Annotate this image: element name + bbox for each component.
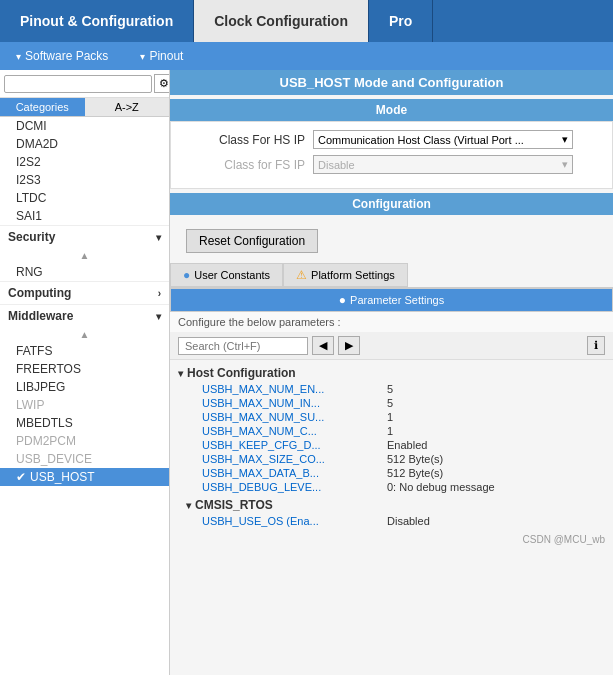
class-hs-ip-select[interactable]: Communication Host Class (Virtual Port .… bbox=[313, 130, 573, 149]
sidebar-item-lwip[interactable]: LWIP bbox=[0, 396, 169, 414]
table-row: USBH_KEEP_CFG_D... Enabled bbox=[178, 438, 605, 452]
table-row: USBH_MAX_DATA_B... 512 Byte(s) bbox=[178, 466, 605, 480]
chevron-down-icon: ▾ bbox=[16, 51, 21, 62]
sidebar-item-i2s3[interactable]: I2S3 bbox=[0, 171, 169, 189]
sidebar-item-pdm2pcm[interactable]: PDM2PCM bbox=[0, 432, 169, 450]
param-name-0: USBH_MAX_NUM_EN... bbox=[202, 383, 387, 395]
cmsis-rtos-header[interactable]: ▾ CMSIS_RTOS bbox=[178, 496, 605, 514]
mode-title: Mode bbox=[376, 103, 407, 117]
class-fs-ip-label: Class for FS IP bbox=[183, 158, 313, 172]
param-value-4: Enabled bbox=[387, 439, 427, 451]
watermark: CSDN @MCU_wb bbox=[170, 532, 613, 547]
tab-user-constants[interactable]: ● User Constants bbox=[170, 263, 283, 287]
chevron-down-icon-fs: ▾ bbox=[562, 158, 568, 171]
chevron-down-icon-host: ▾ bbox=[178, 368, 183, 379]
content-header: USB_HOST Mode and Configuration bbox=[170, 70, 613, 95]
table-row: USBH_MAX_NUM_C... 1 bbox=[178, 424, 605, 438]
sidebar-item-usb-device[interactable]: USB_DEVICE bbox=[0, 450, 169, 468]
table-row: USBH_MAX_NUM_SU... 1 bbox=[178, 410, 605, 424]
tab-platform-settings[interactable]: ⚠ Platform Settings bbox=[283, 263, 408, 287]
param-value-3: 1 bbox=[387, 425, 393, 437]
sidebar-item-libjpeg[interactable]: LIBJPEG bbox=[0, 378, 169, 396]
next-result-button[interactable]: ▶ bbox=[338, 336, 360, 355]
sidebar-item-freertos[interactable]: FREERTOS bbox=[0, 360, 169, 378]
cmsis-param-value-0: Disabled bbox=[387, 515, 430, 527]
host-config-section: ▾ Host Configuration USBH_MAX_NUM_EN... … bbox=[170, 360, 613, 532]
tab-categories[interactable]: Categories bbox=[0, 98, 85, 116]
param-value-7: 0: No debug message bbox=[387, 481, 495, 493]
software-packs-label: Software Packs bbox=[25, 49, 108, 63]
sub-software-packs[interactable]: ▾ Software Packs bbox=[0, 49, 124, 63]
sidebar-item-ltdc[interactable]: LTDC bbox=[0, 189, 169, 207]
chevron-icon-security: ▾ bbox=[156, 232, 161, 243]
tab-az[interactable]: A->Z bbox=[85, 98, 170, 116]
config-section: Reset Configuration ● User Constants ⚠ P… bbox=[170, 219, 613, 547]
cmsis-rtos-title: CMSIS_RTOS bbox=[195, 498, 273, 512]
chevron-icon-middleware: ▾ bbox=[156, 311, 161, 322]
content-title: USB_HOST Mode and Configuration bbox=[280, 75, 504, 90]
sidebar-item-dcmi[interactable]: DCMI bbox=[0, 117, 169, 135]
class-hs-ip-value: Communication Host Class (Virtual Port .… bbox=[318, 134, 524, 146]
parameter-settings-label: Parameter Settings bbox=[350, 294, 444, 306]
check-circle-icon: ● bbox=[183, 268, 190, 282]
sidebar-section-security[interactable]: Security ▾ bbox=[0, 225, 169, 248]
nav-pinout[interactable]: Pinout & Configuration bbox=[0, 0, 194, 42]
prev-result-button[interactable]: ◀ bbox=[312, 336, 334, 355]
param-name-7: USBH_DEBUG_LEVE... bbox=[202, 481, 387, 493]
nav-clock-label: Clock Configuration bbox=[214, 13, 348, 29]
sidebar-gear-button[interactable]: ⚙ bbox=[154, 74, 170, 93]
main-layout: ⚙ Categories A->Z DCMI DMA2D I2S2 I2S3 L… bbox=[0, 70, 613, 675]
nav-pro[interactable]: Pro bbox=[369, 0, 433, 42]
host-config-header[interactable]: ▾ Host Configuration bbox=[178, 364, 605, 382]
nav-pinout-label: Pinout & Configuration bbox=[20, 13, 173, 29]
chevron-down-icon-2: ▾ bbox=[140, 51, 145, 62]
cmsis-param-name-0: USBH_USE_OS (Ena... bbox=[202, 515, 387, 527]
content-area: USB_HOST Mode and Configuration Mode Cla… bbox=[170, 70, 613, 675]
sidebar-item-dma2d[interactable]: DMA2D bbox=[0, 135, 169, 153]
sidebar-item-sai1[interactable]: SAI1 bbox=[0, 207, 169, 225]
config-tabs: ● User Constants ⚠ Platform Settings bbox=[170, 263, 613, 288]
sidebar-search-row: ⚙ bbox=[0, 70, 169, 98]
user-constants-label: User Constants bbox=[194, 269, 270, 281]
pinout-label: Pinout bbox=[149, 49, 183, 63]
tab-parameter-settings[interactable]: ● Parameter Settings bbox=[170, 288, 613, 312]
class-hs-ip-row: Class For HS IP Communication Host Class… bbox=[183, 130, 600, 149]
separator-middleware: ▲ bbox=[0, 327, 169, 342]
param-value-0: 5 bbox=[387, 383, 393, 395]
chevron-down-icon-hs: ▾ bbox=[562, 133, 568, 146]
param-name-3: USBH_MAX_NUM_C... bbox=[202, 425, 387, 437]
param-instructions: Configure the below parameters : bbox=[170, 312, 613, 332]
param-search-row: ◀ ▶ ℹ bbox=[170, 332, 613, 360]
reset-config-button[interactable]: Reset Configuration bbox=[186, 229, 318, 253]
sidebar-search-input[interactable] bbox=[4, 75, 152, 93]
table-row: USBH_MAX_NUM_EN... 5 bbox=[178, 382, 605, 396]
sidebar-item-usb-host[interactable]: ✔ USB_HOST bbox=[0, 468, 169, 486]
table-row: USBH_USE_OS (Ena... Disabled bbox=[178, 514, 605, 528]
param-name-5: USBH_MAX_SIZE_CO... bbox=[202, 453, 387, 465]
separator-security: ▲ bbox=[0, 248, 169, 263]
class-fs-ip-select[interactable]: Disable ▾ bbox=[313, 155, 573, 174]
param-search-input[interactable] bbox=[178, 337, 308, 355]
sidebar-item-fatfs[interactable]: FATFS bbox=[0, 342, 169, 360]
check-circle-icon-2: ● bbox=[339, 293, 346, 307]
sub-nav: ▾ Software Packs ▾ Pinout bbox=[0, 42, 613, 70]
class-hs-ip-label: Class For HS IP bbox=[183, 133, 313, 147]
param-value-1: 5 bbox=[387, 397, 393, 409]
chevron-icon-computing: › bbox=[158, 288, 161, 299]
info-button[interactable]: ℹ bbox=[587, 336, 605, 355]
sidebar-item-i2s2[interactable]: I2S2 bbox=[0, 153, 169, 171]
table-row: USBH_MAX_NUM_IN... 5 bbox=[178, 396, 605, 410]
sidebar-item-rng[interactable]: RNG bbox=[0, 263, 169, 281]
class-fs-ip-row: Class for FS IP Disable ▾ bbox=[183, 155, 600, 174]
sidebar-section-middleware[interactable]: Middleware ▾ bbox=[0, 304, 169, 327]
sub-pinout[interactable]: ▾ Pinout bbox=[124, 49, 199, 63]
top-nav: Pinout & Configuration Clock Configurati… bbox=[0, 0, 613, 42]
middleware-label: Middleware bbox=[8, 309, 73, 323]
param-text: Configure the below parameters : bbox=[178, 316, 341, 328]
param-value-6: 512 Byte(s) bbox=[387, 467, 443, 479]
sidebar-section-computing[interactable]: Computing › bbox=[0, 281, 169, 304]
sidebar-item-mbedtls[interactable]: MBEDTLS bbox=[0, 414, 169, 432]
nav-clock[interactable]: Clock Configuration bbox=[194, 0, 369, 42]
table-row: USBH_DEBUG_LEVE... 0: No debug message bbox=[178, 480, 605, 494]
class-fs-ip-value: Disable bbox=[318, 159, 355, 171]
